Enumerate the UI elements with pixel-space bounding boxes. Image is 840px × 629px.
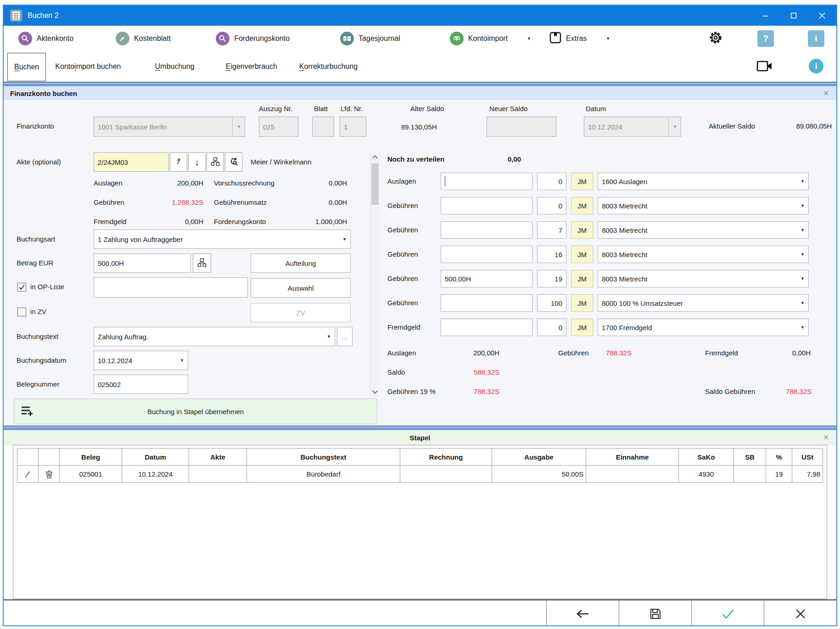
kontoimport-icon bbox=[450, 32, 464, 45]
vrow-amount-input[interactable] bbox=[441, 294, 532, 312]
vrow-account-select[interactable]: 8000 100 % Umsatzsteuer▼ bbox=[598, 294, 809, 312]
panel-info-icon[interactable]: i bbox=[809, 59, 823, 73]
belegnummer-input[interactable]: 025002 bbox=[94, 375, 188, 394]
akte-input[interactable]: 2/24JM03 bbox=[94, 152, 169, 172]
tab-buchen[interactable]: Buchen bbox=[7, 53, 46, 81]
tab-kontoimport-buchen[interactable]: Kontoimport buchen bbox=[49, 51, 127, 82]
back-button[interactable] bbox=[546, 601, 619, 626]
kontoimport-dropdown-arrow[interactable]: ▼ bbox=[527, 36, 531, 41]
buchungsdatum-select[interactable]: 10.12.2024▼ bbox=[94, 351, 188, 370]
sum-gebuehren-label: Gebühren bbox=[558, 349, 589, 357]
help-button[interactable]: ? bbox=[757, 30, 774, 47]
finanzkonto-section-header: Finanzkonto buchen ✕ bbox=[4, 86, 836, 100]
stapel-uebernehmen-button[interactable]: Buchung in Stapel übernehmen bbox=[14, 399, 377, 424]
toolbar-kostenblatt[interactable]: Kostenblatt bbox=[116, 32, 171, 45]
auszug-nr-field: 025 bbox=[259, 117, 298, 137]
jm-button[interactable]: JM bbox=[571, 319, 593, 336]
vrow-pct-input[interactable]: 7 bbox=[537, 221, 566, 239]
scrollbar-thumb[interactable] bbox=[371, 163, 379, 205]
auswahl-button[interactable]: Auswahl bbox=[251, 278, 351, 298]
vrow-pct-input[interactable]: 0 bbox=[537, 197, 566, 214]
chevron-down-icon: ▼ bbox=[801, 301, 805, 305]
tab-umbuchung[interactable]: Umbuchung bbox=[148, 51, 201, 82]
chevron-down-icon: ▼ bbox=[801, 325, 805, 330]
edit-row-button[interactable] bbox=[17, 466, 39, 483]
info-gebuehrenumsatz-label: Gebührenumsatz bbox=[214, 198, 267, 206]
jm-button[interactable]: JM bbox=[571, 173, 593, 190]
vrow-pct-input[interactable]: 19 bbox=[537, 270, 566, 287]
extras-dropdown-arrow[interactable]: ▼ bbox=[606, 36, 610, 41]
vrow-pct-input[interactable]: 0 bbox=[537, 173, 566, 190]
separator bbox=[4, 82, 836, 86]
vrow-amount-input[interactable] bbox=[441, 221, 532, 239]
maximize-button[interactable] bbox=[779, 6, 808, 26]
delete-row-button[interactable] bbox=[39, 466, 60, 483]
info-button[interactable]: i bbox=[808, 30, 824, 47]
toolbar-kontoimport-label: Kontoimport bbox=[468, 34, 508, 43]
betrag-tree-button[interactable] bbox=[193, 253, 211, 273]
betrag-input[interactable]: 500,00H bbox=[94, 253, 191, 273]
tab-eigenverbrauch[interactable]: Eigenverbrauch bbox=[219, 51, 284, 82]
vrow-amount-input[interactable]: 500,00H bbox=[441, 270, 532, 287]
close-window-button[interactable] bbox=[808, 6, 836, 26]
left-panel-scrollbar[interactable] bbox=[370, 152, 379, 397]
footer-button-bar bbox=[4, 601, 836, 626]
belegnummer-label: Belegnummer bbox=[17, 380, 59, 388]
save-floppy-icon bbox=[650, 608, 661, 619]
aufteilung-button[interactable]: Aufteilung bbox=[251, 253, 351, 273]
op-liste-checkbox[interactable] bbox=[17, 283, 26, 292]
buchungstext-select[interactable]: Zahlung Auftrag.▼ bbox=[94, 327, 335, 346]
toolbar-tagesjournal[interactable]: Tagesjournal bbox=[340, 32, 400, 45]
scroll-down-icon[interactable] bbox=[372, 390, 378, 394]
pin-button[interactable] bbox=[170, 152, 187, 172]
vrow-account-select[interactable]: 1700 Fremdgeld▼ bbox=[598, 319, 809, 336]
akte-tree-button[interactable] bbox=[207, 152, 224, 172]
akte-search-button[interactable] bbox=[225, 152, 242, 172]
vrow-pct-input[interactable]: 16 bbox=[537, 246, 566, 263]
confirm-button[interactable] bbox=[691, 601, 764, 626]
vrow-account-select[interactable]: 8003 Mietrecht▼ bbox=[598, 246, 809, 263]
toolbar-forderungskonto[interactable]: Forderungskonto bbox=[216, 32, 290, 45]
sum-saldo-label: Saldo bbox=[387, 368, 405, 376]
tab-korrekturbuchung[interactable]: Korrekturbuchung bbox=[293, 51, 364, 82]
save-button[interactable] bbox=[619, 601, 691, 626]
akte-down-arrow-button[interactable]: ↓ bbox=[188, 152, 206, 172]
settings-gear-icon[interactable] bbox=[708, 30, 723, 47]
vrow-account-select[interactable]: 8003 Mietrecht▼ bbox=[598, 197, 809, 214]
vrow-amount-input[interactable] bbox=[441, 197, 532, 214]
jm-button[interactable]: JM bbox=[571, 270, 593, 287]
jm-button[interactable]: JM bbox=[571, 197, 593, 214]
col-rechnung: Rechnung bbox=[400, 449, 492, 466]
jm-button[interactable]: JM bbox=[571, 221, 593, 239]
jm-button[interactable]: JM bbox=[571, 246, 593, 263]
buchungsart-select[interactable]: 1 Zahlung von Auftraggeber▼ bbox=[94, 230, 351, 249]
video-icon[interactable] bbox=[756, 60, 772, 74]
title-bar: Buchen 2 bbox=[4, 6, 836, 26]
vrow-pct-input[interactable]: 100 bbox=[537, 294, 566, 312]
vrow-amount-input[interactable] bbox=[441, 173, 532, 190]
vrow-label: Gebühren bbox=[387, 226, 418, 234]
vrow-account-select[interactable]: 8003 Mietrecht▼ bbox=[598, 221, 809, 239]
section-close-icon[interactable]: ✕ bbox=[823, 89, 829, 97]
vrow-amount-input[interactable] bbox=[441, 246, 532, 263]
vrow-amount-input[interactable] bbox=[441, 319, 532, 336]
vrow-pct-input[interactable]: 0 bbox=[537, 319, 566, 336]
toolbar-extras[interactable]: Extras bbox=[549, 31, 587, 46]
stapel-close-icon[interactable]: ✕ bbox=[823, 433, 829, 442]
tab-bar: Buchen Kontoimport buchen Umbuchung Eige… bbox=[4, 51, 836, 82]
scroll-up-icon[interactable] bbox=[372, 155, 378, 159]
op-liste-input[interactable] bbox=[94, 277, 248, 298]
stapel-title: Stapel bbox=[409, 434, 430, 442]
toolbar-aktenkonto[interactable]: Aktenkonto bbox=[18, 32, 73, 45]
buchungstext-more-button[interactable]: ... bbox=[337, 327, 353, 346]
zv-checkbox[interactable] bbox=[17, 308, 26, 316]
cell-sako: 4930 bbox=[679, 466, 734, 483]
cell-sb bbox=[734, 466, 766, 483]
minimize-button[interactable] bbox=[751, 6, 779, 26]
vrow-account-select[interactable]: 1600 Auslagen▼ bbox=[598, 173, 809, 190]
toolbar-kontoimport[interactable]: Kontoimport bbox=[450, 32, 508, 45]
close-button[interactable] bbox=[764, 601, 836, 626]
pencil-icon bbox=[116, 32, 129, 45]
vrow-account-select[interactable]: 8003 Mietrecht▼ bbox=[598, 270, 809, 287]
jm-button[interactable]: JM bbox=[571, 294, 593, 312]
